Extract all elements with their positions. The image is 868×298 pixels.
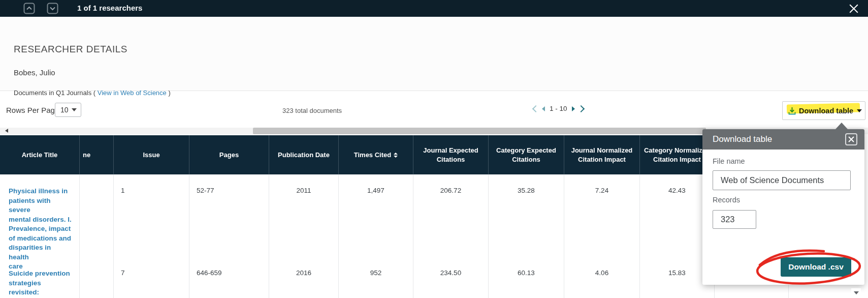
researcher-details-screen: 1 of 1 researchers RESEARCHER DETAILS Bo… [0, 0, 868, 298]
pagination: 1 - 10 [533, 105, 584, 112]
documents-subtitle: Documents in Q1 Journals ( View in Web o… [14, 89, 171, 97]
popup-title: Download table [713, 134, 772, 144]
next-researcher-button[interactable] [47, 3, 58, 14]
popup-close-icon[interactable] [845, 133, 857, 145]
journal-expected-citations-cell: 234.50 [413, 257, 489, 298]
view-in-wos-link[interactable]: View in Web of Science [98, 89, 167, 97]
researcher-name: Bobes, Julio [14, 68, 55, 77]
journal-normalized-citation-impact-cell: 4.06 [564, 257, 640, 298]
first-page-icon[interactable] [532, 105, 539, 112]
subtitle-suffix: ) [167, 89, 171, 97]
column-header-times-cited[interactable]: Times Cited [339, 135, 413, 174]
rows-per-page-select[interactable]: 10 [55, 103, 81, 117]
page-title: RESEARCHER DETAILS [14, 44, 127, 55]
column-header-article-title: Article Title [0, 135, 80, 174]
column-header-journal-normalized-citation-impact: Journal Normalized Citation Impact [564, 135, 640, 174]
sort-icon [394, 153, 398, 158]
chevron-down-icon [857, 109, 862, 112]
scroll-down-button[interactable] [851, 288, 861, 297]
subtitle-prefix: Documents in Q1 Journals ( [14, 89, 98, 97]
page-header: RESEARCHER DETAILS Bobes, Julio Document… [0, 17, 868, 91]
column-header-pages: Pages [189, 135, 269, 174]
researcher-counter: 1 of 1 researchers [77, 4, 142, 12]
rows-per-page-label: Rows Per Page [6, 106, 59, 114]
chevron-down-icon [72, 108, 77, 111]
chevron-down-icon [854, 291, 859, 294]
chevron-up-icon [23, 3, 35, 14]
download-table-label: Download table [799, 107, 853, 115]
column-header-volume-clipped: ne [80, 135, 114, 174]
next-page-icon[interactable] [572, 106, 575, 111]
download-csv-button[interactable]: Download .csv [781, 257, 851, 277]
category-expected-citations-cell: 60.13 [489, 257, 564, 298]
article-title-link[interactable]: Suicide prevention strategies revisited:… [0, 257, 80, 298]
column-header-category-expected-citations: Category Expected Citations [489, 135, 564, 174]
previous-page-icon[interactable] [542, 106, 545, 111]
previous-researcher-button[interactable] [23, 3, 35, 14]
records-input[interactable] [713, 210, 756, 229]
top-bar: 1 of 1 researchers [0, 0, 868, 17]
volume-cell [80, 257, 114, 298]
file-name-input[interactable] [713, 170, 851, 190]
scroll-left-icon[interactable] [5, 129, 8, 133]
download-icon [788, 107, 796, 115]
chevron-down-icon [47, 3, 58, 14]
file-name-label: File name [713, 157, 745, 165]
column-header-publication-date: Publication Date [269, 135, 339, 174]
publication-date-cell: 2016 [269, 257, 339, 298]
records-label: Records [713, 196, 740, 204]
popup-header: Download table [702, 129, 864, 150]
column-header-journal-expected-citations: Journal Expected Citations [413, 135, 489, 174]
rows-per-page-value: 10 [60, 106, 69, 114]
horizontal-scrollbar-thumb[interactable] [253, 128, 706, 134]
issue-cell: 7 [114, 257, 189, 298]
total-documents: 323 total documents [282, 107, 342, 114]
times-cited-cell: 952 [339, 257, 413, 298]
download-table-popup: Download table File name Records Downloa… [702, 129, 864, 285]
popup-caret [835, 123, 848, 129]
last-page-icon[interactable] [577, 105, 584, 112]
download-table-button[interactable]: Download table [782, 101, 865, 120]
page-range: 1 - 10 [550, 105, 567, 112]
column-header-issue: Issue [114, 135, 189, 174]
pages-cell: 646-659 [189, 257, 269, 298]
close-icon[interactable] [848, 3, 860, 15]
